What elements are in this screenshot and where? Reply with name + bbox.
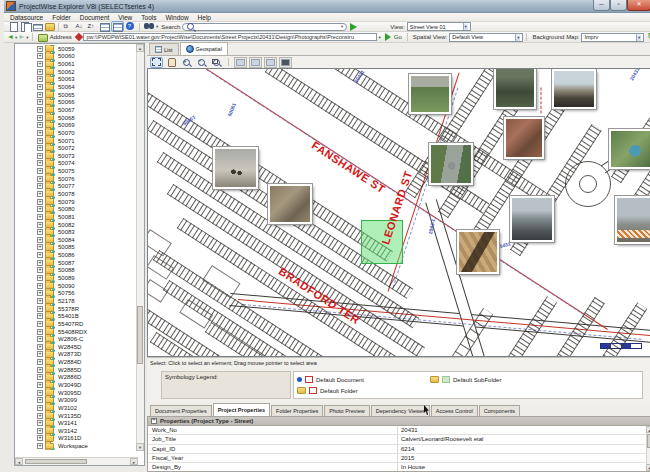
tree-vertical-scrollbar[interactable]: ▲ ▼ [136,44,144,451]
zoom-window-button[interactable] [210,57,223,68]
scroll-up-arrow[interactable]: ▲ [646,426,650,433]
expand-icon[interactable] [37,344,43,350]
tree-item-w2873d[interactable]: W2873D [15,351,136,359]
tree-item-50089[interactable]: 50089 [15,274,136,282]
forward-button[interactable]: ► [18,32,25,42]
menu-item-folder[interactable]: Folder [52,14,70,21]
tree-item-50081[interactable]: 50081 [15,213,136,221]
find-dropdown-caret[interactable]: ▾ [156,24,158,29]
open-document-icon[interactable] [20,22,31,31]
expand-icon[interactable] [37,405,43,411]
tree-item-50069[interactable]: 50069 [15,121,136,129]
tree-item-w3049d[interactable]: W3049D [15,381,136,389]
expand-icon[interactable] [37,130,43,136]
expand-icon[interactable] [37,390,43,396]
minimize-button[interactable]: ─ [593,0,610,11]
tree-item-50085[interactable]: 50085 [15,244,136,252]
zoom-in-button[interactable] [180,57,193,68]
map-view[interactable]: 500615006120431204312043-120431FANSHAWE … [147,68,650,357]
sort-za-icon[interactable]: Z↑ [87,22,98,31]
chevron-down-icon[interactable]: ▾ [515,34,520,41]
close-button[interactable]: ✕ [627,0,650,11]
expand-icon[interactable] [37,413,43,419]
tree-item-w2884d[interactable]: W2884D [15,358,136,366]
expand-icon[interactable] [37,168,43,174]
tree-item-55407rd[interactable]: 55407RD [15,320,136,328]
photo-thumbnail-construction[interactable] [615,196,650,244]
up-one-level-icon[interactable] [37,33,47,42]
tree-item-50087[interactable]: 50087 [15,259,136,267]
tree-item-50068[interactable]: 50068 [15,114,136,122]
list-view-icon[interactable] [99,22,110,31]
tree-item-50070[interactable]: 50070 [15,129,136,137]
tree-item-50072[interactable]: 50072 [15,144,136,152]
photo-thumbnail-garden-path[interactable] [429,143,473,185]
tab-project-properties[interactable]: Project Properties [213,403,270,416]
chevron-down-icon[interactable]: ▾ [636,34,641,41]
tree-item-w3161d[interactable]: W3161D [15,435,136,443]
go-label[interactable]: Go [394,34,402,40]
tab-access-control[interactable]: Access Control [431,405,478,416]
scroll-left-arrow[interactable]: ◄ [15,458,23,465]
print-icon[interactable] [32,22,43,31]
menu-item-help[interactable]: Help [198,14,211,21]
expand-icon[interactable] [37,367,43,373]
maximize-button[interactable]: ▫ [610,0,627,11]
expand-icon[interactable] [37,176,43,182]
tree-item-50076[interactable]: 50076 [15,175,136,183]
expand-icon[interactable] [37,420,43,426]
photo-thumbnail-roofs-aerial[interactable] [504,117,544,159]
photo-thumbnail-wood-planks[interactable] [457,230,499,274]
expand-icon[interactable] [37,92,43,98]
expand-icon[interactable] [37,145,43,151]
tree-item-50084[interactable]: 50084 [15,236,136,244]
tree-item-w3095d[interactable]: W3095D [15,389,136,397]
tab-document-properties[interactable]: Document Properties [150,405,212,416]
expand-icon[interactable] [37,229,43,235]
expand-icon[interactable] [37,298,43,304]
photo-overlay-button[interactable] [279,57,292,68]
expand-icon[interactable] [37,267,43,273]
tree-item-w2885d[interactable]: W2885D [15,366,136,374]
expand-icon[interactable] [37,397,43,403]
spatial-view-select[interactable]: Default View▾ [449,33,523,42]
previous-view-button[interactable] [249,57,262,68]
expand-icon[interactable] [37,206,43,212]
window-area-button[interactable] [264,57,277,68]
copy-list-icon[interactable]: ⧉ [63,22,74,31]
tab-dependency-viewer[interactable]: Dependency Viewer [371,405,430,416]
expand-icon[interactable] [37,107,43,113]
tree-item-50063[interactable]: 50063 [15,76,136,84]
tree-item-50075[interactable]: 50075 [15,167,136,175]
expand-icon[interactable] [37,244,43,250]
expand-icon[interactable] [37,275,43,281]
tree-item-w2806-c[interactable]: W2806-C [15,335,136,343]
expand-icon[interactable] [37,99,43,105]
tree-horizontal-scrollbar[interactable]: ◄ ► [15,457,138,465]
expand-icon[interactable] [37,443,43,449]
tree-item-w2845d[interactable]: W2845D [15,343,136,351]
tree-item-55378r[interactable]: 55378R [15,305,136,313]
tree-item-50756[interactable]: 50756 [15,290,136,298]
expand-icon[interactable] [37,374,43,380]
expand-icon[interactable] [37,69,43,75]
collapse-icon[interactable] [151,418,157,424]
tree-item-50061[interactable]: 50061 [15,60,136,68]
expand-icon[interactable] [37,435,43,441]
pan-tool-button[interactable] [165,57,178,68]
grid-vertical-scrollbar[interactable]: ▲ ▼ [646,426,650,471]
scroll-thumb[interactable] [137,306,143,364]
photo-thumbnail-park-pool[interactable] [609,129,650,169]
select-tool-button[interactable] [150,57,163,68]
photo-thumbnail-aerial-dirt[interactable] [268,184,312,224]
back-button[interactable]: ◄ [7,32,14,42]
tree-item-w3135d[interactable]: W3135D [15,412,136,420]
back-history-caret[interactable]: ▾ [15,35,17,40]
tree-item-w3141[interactable]: W3141 [15,419,136,427]
menu-item-view[interactable]: View [118,14,132,21]
tree-item-50077[interactable]: 50077 [15,183,136,191]
forward-history-caret[interactable]: ▾ [26,35,28,40]
scroll-right-arrow[interactable]: ► [130,458,138,465]
address-input[interactable]: pw:\\PWDPWISE01.water.gov:ProjectWise\Do… [83,33,377,41]
tree-item-w3102[interactable]: W3102 [15,404,136,412]
